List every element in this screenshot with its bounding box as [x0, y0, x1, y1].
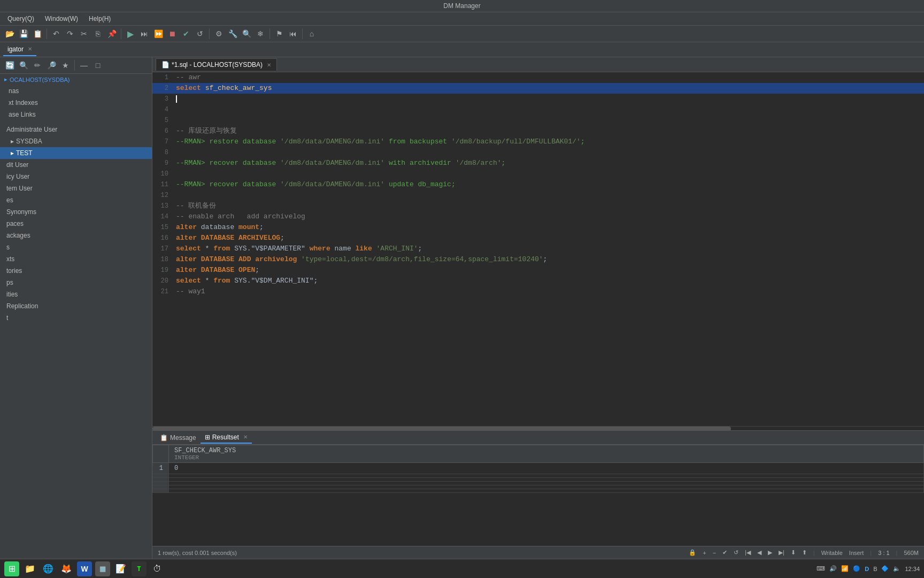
sidebar-t[interactable]: t — [0, 312, 152, 324]
menu-window[interactable]: Window(W) — [41, 13, 82, 24]
sidebar-ups[interactable]: ps — [0, 277, 152, 288]
toolbar-open-btn[interactable]: 📂 — [3, 27, 16, 40]
sidebar-refresh-btn[interactable]: 🔄 — [3, 59, 16, 72]
toolbar-check-btn[interactable]: ✔ — [180, 27, 192, 40]
sidebar-replication[interactable]: Replication — [0, 300, 152, 312]
toolbar-home-btn[interactable]: ⌂ — [305, 27, 318, 40]
navigator-tab-label: igator — [7, 45, 24, 53]
bottom-tab-resultset[interactable]: ⊞ Resultset ✕ — [201, 432, 252, 444]
bottom-tab-message[interactable]: 📋 Message — [156, 432, 201, 443]
status-nav-end[interactable]: ▶| — [779, 549, 784, 556]
status-nav-start[interactable]: |◀ — [745, 549, 751, 556]
navigator-tab-close[interactable]: ✕ — [28, 46, 32, 52]
sidebar-base-links[interactable]: ase Links — [0, 109, 152, 120]
taskbar-windows-icon[interactable]: ⊞ — [4, 561, 19, 576]
status-separator2: | — [870, 550, 872, 556]
tray-volume-icon[interactable]: 🔈 — [893, 565, 900, 572]
toolbar-cut-btn[interactable]: ✂ — [78, 27, 90, 40]
taskbar-word-icon[interactable]: W — [77, 561, 92, 576]
status-bar: 1 row(s), cost 0.001 second(s) 🔒 + − ✔ ↺… — [152, 546, 924, 559]
navigator-tab[interactable]: igator ✕ — [3, 43, 36, 56]
sidebar-edit-btn[interactable]: ✏ — [31, 59, 44, 72]
taskbar-clock-app-icon[interactable]: ⏱ — [150, 561, 165, 576]
result-cell-value: 0 — [169, 463, 924, 474]
bottom-tab-resultset-close[interactable]: ✕ — [243, 434, 248, 440]
sidebar-replication-label: Replication — [6, 302, 38, 310]
sidebar-sysdba[interactable]: ▸ SYSDBA — [0, 135, 152, 147]
editor-tab-sql1[interactable]: 📄 *1.sql - LOCALHOST(SYSDBA) ✕ — [156, 58, 277, 71]
sidebar-host[interactable]: ▸OCALHOST(SYSDBA) — [0, 74, 152, 85]
sidebar-maximize-btn[interactable]: □ — [91, 59, 104, 72]
status-nav-prev[interactable]: ◀ — [757, 549, 761, 556]
toolbar-saveas-btn[interactable]: 📋 — [31, 27, 44, 40]
horizontal-scrollbar[interactable] — [152, 426, 924, 430]
status-nav-next[interactable]: ▶ — [768, 549, 772, 556]
sidebar-synonyms[interactable]: Synonyms — [0, 206, 152, 218]
sidebar-admin-user[interactable]: Administrate User — [0, 124, 152, 135]
code-line-18: 18 alter DATABASE ADD archivelog 'type=l… — [152, 254, 924, 265]
status-minus-icon: − — [713, 550, 716, 556]
toolbar-next-btn[interactable]: ⏩ — [152, 27, 165, 40]
toolbar-tools1-btn[interactable]: ⚙ — [212, 27, 225, 40]
toolbar-search-btn[interactable]: 🔍 — [240, 27, 253, 40]
sidebar-packages[interactable]: ackages — [0, 230, 152, 241]
status-separator: | — [813, 550, 815, 556]
editor-tabs: 📄 *1.sql - LOCALHOST(SYSDBA) ✕ — [152, 57, 924, 72]
editor-tab-close[interactable]: ✕ — [267, 62, 271, 68]
tray-bluetooth-icon[interactable]: 🔷 — [881, 565, 889, 572]
sidebar-system-user[interactable]: tem User — [0, 182, 152, 194]
sidebar-audit-user[interactable]: dit User — [0, 159, 152, 171]
taskbar-terminal-icon[interactable]: T — [132, 561, 147, 576]
sidebar-host-label: OCALHOST(SYSDBA) — [10, 77, 70, 83]
system-clock: 12:34 — [905, 566, 920, 572]
app-title: DM Manager — [443, 2, 480, 10]
sidebar-test[interactable]: ▸ TEST — [0, 147, 152, 159]
sidebar-search2-btn[interactable]: 🔎 — [45, 59, 58, 72]
toolbar-flag-btn[interactable]: ⚑ — [273, 27, 286, 40]
result-col-type: INTEGER — [174, 454, 918, 461]
toolbar-copy-btn[interactable]: ⎘ — [91, 27, 104, 40]
sidebar-xt-indexes[interactable]: xt Indexes — [0, 97, 152, 109]
code-line-20: 20 select * from SYS."V$DM_ARCH_INI"; — [152, 276, 924, 286]
taskbar-dm-icon[interactable]: ▦ — [95, 561, 110, 576]
sidebar-spaces[interactable]: paces — [0, 218, 152, 230]
toolbar-end-btn[interactable]: ⏮ — [287, 27, 299, 40]
toolbar-rollback-btn[interactable]: ↺ — [194, 27, 206, 40]
toolbar-stop-btn[interactable]: ⏹ — [166, 27, 179, 40]
taskbar-browser-icon[interactable]: 🌐 — [41, 561, 56, 576]
toolbar-run-btn[interactable]: ▶ — [124, 27, 137, 40]
sidebar-s[interactable]: s — [0, 241, 152, 253]
code-line-11: 11 --RMAN> recover database '/dm8/data/D… — [152, 179, 924, 190]
status-bar-right: 🔒 + − ✔ ↺ |◀ ◀ ▶ ▶| ⬇ ⬆ | Writable Inser… — [689, 549, 919, 556]
code-editor[interactable]: 1 -- awr 2 select sf_check_awr_sys 3 4 5 — [152, 72, 924, 426]
sidebar-star-btn[interactable]: ★ — [59, 59, 72, 72]
code-line-5: 5 — [152, 115, 924, 126]
sidebar-roles[interactable]: es — [0, 194, 152, 206]
status-row-info: 1 row(s), cost 0.001 second(s) — [158, 550, 237, 556]
toolbar-step-btn[interactable]: ⏭ — [138, 27, 151, 40]
sidebar-minimize-btn[interactable]: — — [78, 59, 90, 72]
sidebar-stories[interactable]: tories — [0, 265, 152, 277]
sidebar-admin-user-label: Administrate User — [6, 126, 57, 133]
tray-sound-icon[interactable]: 🔊 — [829, 565, 837, 572]
sidebar-ities[interactable]: ities — [0, 288, 152, 300]
taskbar-firefox-icon[interactable]: 🦊 — [59, 561, 74, 576]
toolbar-save-btn[interactable]: 💾 — [17, 27, 30, 40]
menu-query[interactable]: Query(Q) — [3, 13, 38, 24]
sidebar-inas[interactable]: nas — [0, 85, 152, 97]
toolbar-redo-btn[interactable]: ↷ — [64, 27, 76, 40]
status-filter-icon: ⬇ — [791, 549, 796, 556]
toolbar-tools4-btn[interactable]: ❄ — [254, 27, 267, 40]
toolbar-paste-btn[interactable]: 📌 — [105, 27, 118, 40]
tray-dm-label: D — [865, 566, 869, 572]
taskbar-files-icon[interactable]: 📁 — [22, 561, 37, 576]
toolbar-tools2-btn[interactable]: 🔧 — [226, 27, 239, 40]
sidebar-filter-btn[interactable]: 🔍 — [17, 59, 30, 72]
tray-network-icon[interactable]: 📶 — [841, 565, 849, 572]
sidebar-xts[interactable]: xts — [0, 253, 152, 265]
sidebar-policy-user[interactable]: icy User — [0, 171, 152, 182]
menu-help[interactable]: Help(H) — [84, 13, 115, 24]
toolbar-undo-btn[interactable]: ↶ — [50, 27, 63, 40]
result-table-col-sf-check: SF_CHECK_AWR_SYS INTEGER — [169, 445, 924, 463]
taskbar-notes-icon[interactable]: 📝 — [113, 561, 128, 576]
